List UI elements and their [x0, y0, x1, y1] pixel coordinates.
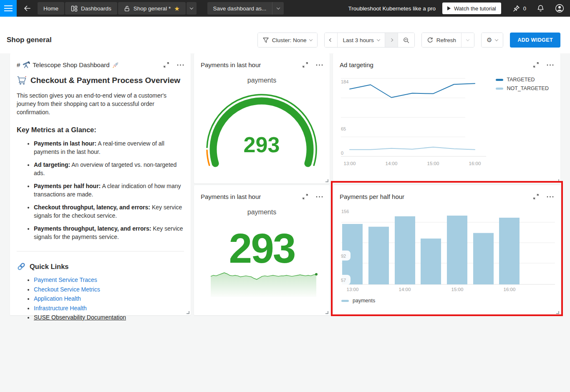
legend-item[interactable]: TARGETED	[496, 77, 549, 83]
legend-item[interactable]: payments	[341, 298, 375, 304]
tab-shop-general[interactable]: Shop general * ★	[118, 2, 186, 15]
zoom-out-button[interactable]	[398, 33, 414, 47]
widget-title: # Telescope Shop Dashboard	[17, 61, 119, 68]
metric-item: Payments per half hour: A clear indicati…	[34, 182, 184, 199]
resize-handle[interactable]	[556, 179, 559, 182]
pinned-views-button[interactable]: 0	[513, 5, 526, 12]
back-button[interactable]	[17, 0, 38, 17]
legend-label: TARGETED	[507, 77, 535, 83]
resize-handle[interactable]	[187, 311, 189, 314]
add-widget-button[interactable]: ADD WIDGET	[510, 33, 560, 48]
svg-text:16:00: 16:00	[469, 161, 481, 166]
quick-link-item: Application Health	[34, 296, 184, 302]
settings-control: ⚙	[481, 33, 503, 48]
widget-markdown: # Telescope Shop Dashboard Checkout & Pa…	[10, 53, 191, 315]
quick-link[interactable]: Application Health	[34, 295, 81, 302]
cluster-filter-button[interactable]: Cluster: None	[258, 33, 318, 47]
widget-header: Payments in last hour	[194, 53, 330, 70]
tab-dashboards[interactable]: Dashboards	[65, 2, 117, 15]
metrics-list: Payments in last hour: A real-time overv…	[23, 139, 184, 241]
quick-link[interactable]: Infrastructure Health	[34, 305, 87, 312]
tab-home[interactable]: Home	[38, 2, 64, 15]
metrics-heading: Key Metrics at a Glance:	[17, 126, 184, 134]
chevron-right-icon	[389, 38, 393, 42]
metric-item: Payments in last hour: A real-time overv…	[34, 139, 184, 156]
dashboard-controls: Cluster: None Last 3 hours Refresh	[257, 33, 560, 48]
more-menu-icon[interactable]	[547, 64, 554, 66]
markdown-heading-text: Checkout & Payment Process Overview	[30, 76, 180, 85]
quick-links-list: Payment Service TracesCheckout Service M…	[23, 277, 184, 320]
expand-icon[interactable]	[302, 193, 308, 200]
save-dashboard-as-button[interactable]: Save dashboard as...	[207, 2, 272, 15]
svg-text:13:00: 13:00	[347, 287, 359, 292]
svg-text:14:00: 14:00	[399, 287, 411, 292]
svg-text:184: 184	[341, 79, 348, 84]
time-back-button[interactable]	[325, 33, 337, 47]
play-icon	[447, 6, 451, 10]
more-menu-icon[interactable]	[177, 64, 184, 66]
svg-text:57: 57	[341, 278, 346, 283]
expand-icon[interactable]	[302, 62, 308, 68]
gear-icon: ⚙	[487, 36, 492, 44]
quick-links-heading: Quick Links	[17, 262, 184, 271]
time-range-control: Last 3 hours	[324, 33, 414, 48]
resize-handle[interactable]	[325, 311, 328, 314]
widget-title: Payments in last hour	[201, 193, 261, 200]
resize-handle[interactable]	[325, 179, 328, 182]
chevron-left-icon	[329, 38, 333, 42]
watch-tutorial-button[interactable]: Watch the tutorial	[442, 3, 501, 14]
notifications-button[interactable]	[537, 5, 544, 12]
svg-text:92: 92	[341, 254, 346, 259]
pin-count: 0	[523, 5, 526, 12]
markdown-body: Checkout & Payment Process Overview This…	[10, 70, 191, 320]
refresh-interval-button[interactable]	[461, 33, 474, 47]
resize-handle[interactable]	[556, 311, 559, 314]
top-bar: Home Dashboards Shop general * ★ Save da…	[0, 0, 570, 17]
refresh-label: Refresh	[436, 37, 456, 43]
metric-value: 293	[194, 230, 330, 266]
legend-label: NOT_TARGETED	[507, 85, 549, 91]
more-menu-icon[interactable]	[316, 196, 323, 198]
telescope-icon	[23, 61, 30, 68]
widget-header: # Telescope Shop Dashboard	[10, 53, 191, 70]
quick-link[interactable]: Checkout Service Metrics	[34, 286, 100, 293]
legend-item[interactable]: NOT_TARGETED	[496, 85, 549, 91]
save-as-dropdown-button[interactable]	[272, 2, 284, 15]
dashboard-settings-button[interactable]: ⚙	[482, 33, 503, 47]
svg-text:16:00: 16:00	[504, 287, 516, 292]
tabs-expander[interactable]	[187, 2, 197, 15]
user-menu-button[interactable]	[555, 4, 564, 13]
widget-header: Ad targeting	[333, 53, 560, 70]
expand-icon[interactable]	[163, 62, 169, 68]
menu-button[interactable]	[0, 0, 17, 17]
favorite-star-icon[interactable]: ★	[174, 5, 179, 12]
widget-payments-number: Payments in last hour payments 293	[194, 185, 330, 315]
refresh-button[interactable]: Refresh	[422, 33, 461, 47]
quick-link[interactable]: Payment Service Traces	[34, 276, 97, 283]
legend-swatch	[496, 88, 503, 90]
metric-label: payments	[194, 209, 330, 216]
refresh-control: Refresh	[421, 33, 474, 48]
dashboards-icon	[71, 5, 78, 12]
quick-links-heading-text: Quick Links	[30, 263, 69, 271]
widget-ad-targeting: Ad targeting 18465013:0014:0015:0016:00 …	[333, 53, 560, 183]
widget-actions	[533, 62, 554, 68]
promo-text: Troubleshoot Kubernetes like a pro	[348, 5, 436, 12]
doc-link[interactable]: SUSE Observability Documentation	[34, 314, 126, 321]
widget-actions	[163, 62, 184, 68]
expand-icon[interactable]	[533, 62, 539, 68]
more-menu-icon[interactable]	[547, 196, 554, 198]
chevron-down-icon	[495, 38, 498, 41]
time-range-button[interactable]: Last 3 hours	[337, 33, 384, 47]
divider	[17, 251, 184, 251]
watch-tutorial-label: Watch the tutorial	[454, 5, 496, 12]
legend-swatch	[496, 79, 503, 81]
time-forward-button[interactable]	[385, 33, 398, 47]
metric-item: Checkout throughput, latency, and errors…	[34, 203, 184, 220]
gauge-chart: 293	[194, 53, 330, 183]
shopping-cart-icon	[17, 76, 27, 85]
more-menu-icon[interactable]	[316, 64, 323, 66]
zoom-out-icon	[403, 37, 409, 43]
widget-title: Ad targeting	[340, 61, 373, 68]
expand-icon[interactable]	[533, 193, 539, 200]
